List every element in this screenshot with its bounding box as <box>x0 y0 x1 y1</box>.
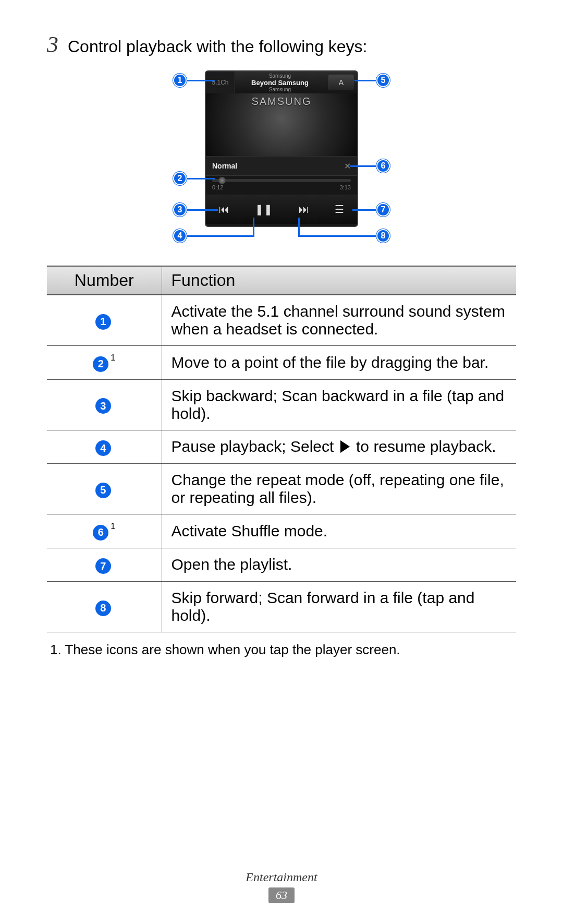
fn-1: Activate the 5.1 channel surround sound … <box>162 295 516 346</box>
col-number: Number <box>47 266 162 295</box>
fn-6: Activate Shuffle mode. <box>162 514 516 548</box>
step-row: 3 Control playback with the following ke… <box>47 31 516 58</box>
pause-icon[interactable]: ❚❚ <box>255 203 273 215</box>
page-footer: Entertainment 63 <box>0 870 563 903</box>
eq-row: Normal ✕ <box>206 156 357 176</box>
fn-8: Skip forward; Scan forward in a file (ta… <box>162 582 516 632</box>
lead-4h <box>187 235 254 237</box>
controls-row: ⏮ ❚❚ ⏭ ☰ <box>206 195 357 224</box>
sup-2: 1 <box>111 353 115 362</box>
callout-6: 6 <box>376 159 390 173</box>
bullet-4: 4 <box>95 440 111 456</box>
section-label: Entertainment <box>0 870 563 884</box>
lead-4v <box>253 218 254 236</box>
table-row: 3 Skip backward; Scan backward in a file… <box>47 379 516 430</box>
bullet-6: 6 <box>93 525 108 541</box>
seek-knob[interactable] <box>218 177 226 184</box>
bullet-2: 2 <box>93 356 108 372</box>
page-number: 63 <box>268 887 295 903</box>
music-player-screenshot: 5.1Ch Samsung Beyond Samsung Samsung A S… <box>205 70 358 227</box>
time-elapsed: 0:12 <box>212 184 223 190</box>
bullet-1: 1 <box>95 314 111 330</box>
lead-6 <box>350 165 377 167</box>
callout-1: 1 <box>173 74 187 87</box>
prev-icon[interactable]: ⏮ <box>219 203 229 215</box>
lead-5 <box>354 80 377 81</box>
fn-2: Move to a point of the file by dragging … <box>162 346 516 380</box>
surround-51-button[interactable]: 5.1Ch <box>206 71 235 93</box>
bullet-3: 3 <box>95 398 111 414</box>
diagram-wrap: 1 2 3 4 5 6 7 8 5.1Ch Samsung Beyond Sam… <box>47 68 516 251</box>
fn-7: Open the playlist. <box>162 548 516 582</box>
track-title-area: Samsung Beyond Samsung Samsung <box>235 71 325 93</box>
step-text: Control playback with the following keys… <box>68 37 368 56</box>
time-total: 3:13 <box>340 184 351 190</box>
lead-2 <box>187 178 215 179</box>
table-row: 5 Change the repeat mode (off, repeating… <box>47 464 516 514</box>
sup-6: 1 <box>111 522 115 531</box>
artist-bottom: Samsung <box>235 87 325 92</box>
callout-7: 7 <box>376 203 390 217</box>
samsung-logo: SAMSUNG <box>251 95 311 107</box>
bullet-7: 7 <box>95 558 111 574</box>
callout-4: 4 <box>173 229 187 243</box>
album-art: SAMSUNG <box>206 93 357 156</box>
table-row: 7 Open the playlist. <box>47 548 516 582</box>
track-name: Beyond Samsung <box>235 79 325 87</box>
fn-3: Skip backward; Scan backward in a file (… <box>162 379 516 430</box>
playlist-icon[interactable]: ☰ <box>335 203 344 215</box>
col-function: Function <box>162 266 516 295</box>
artist-top: Samsung <box>235 73 325 79</box>
bullet-8: 8 <box>95 601 111 616</box>
table-row: 21 Move to a point of the file by draggi… <box>47 346 516 380</box>
step-number: 3 <box>47 31 58 58</box>
footnote: 1. These icons are shown when you tap th… <box>47 642 516 658</box>
next-icon[interactable]: ⏭ <box>299 203 309 215</box>
player-top-bar: 5.1Ch Samsung Beyond Samsung Samsung A <box>206 71 357 93</box>
fn-5: Change the repeat mode (off, repeating o… <box>162 464 516 514</box>
eq-label: Normal <box>212 162 237 170</box>
function-table: Number Function 1 Activate the 5.1 chann… <box>47 266 516 632</box>
time-row: 0:12 3:13 <box>212 184 351 190</box>
repeat-button[interactable]: A <box>328 75 354 90</box>
callout-8: 8 <box>376 229 390 243</box>
lead-8h <box>298 235 377 237</box>
callout-2: 2 <box>173 172 187 185</box>
lead-8v <box>298 218 300 236</box>
table-row: 8 Skip forward; Scan forward in a file (… <box>47 582 516 632</box>
table-row: 1 Activate the 5.1 channel surround soun… <box>47 295 516 346</box>
lead-7 <box>352 209 377 211</box>
callout-5: 5 <box>376 74 390 87</box>
player-diagram: 1 2 3 4 5 6 7 8 5.1Ch Samsung Beyond Sam… <box>146 68 417 251</box>
callout-3: 3 <box>173 203 187 217</box>
seek-area: 0:12 3:13 <box>206 176 357 195</box>
table-row: 4 Pause playback; Select to resume playb… <box>47 430 516 464</box>
lead-3 <box>187 209 218 211</box>
bullet-5: 5 <box>95 483 111 498</box>
fn-4: Pause playback; Select to resume playbac… <box>162 430 516 464</box>
lead-1 <box>187 80 215 81</box>
seek-bar[interactable] <box>212 179 351 182</box>
table-row: 61 Activate Shuffle mode. <box>47 514 516 548</box>
play-icon <box>340 440 350 453</box>
